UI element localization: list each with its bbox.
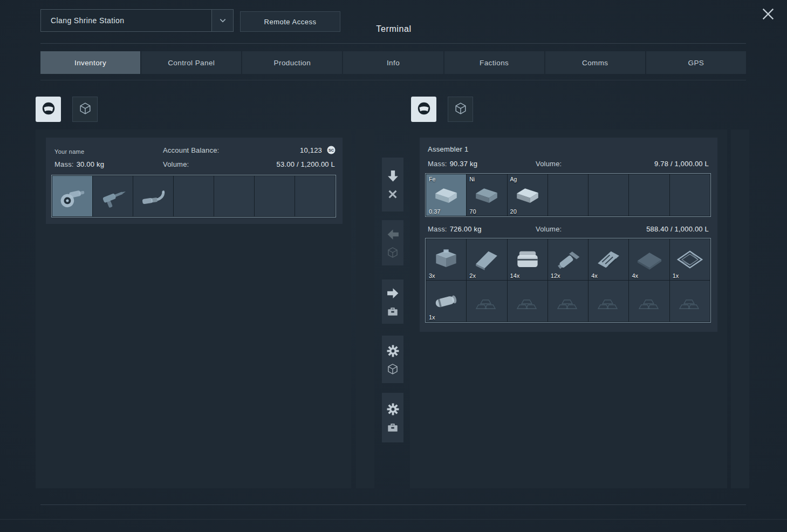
large-tube-icon (431, 286, 461, 316)
slot-nickel-ingot[interactable]: Ni70 (467, 174, 507, 216)
welder-icon (138, 181, 168, 212)
left-scrollbar[interactable] (356, 129, 374, 488)
slot-quantity: 14x (510, 272, 520, 279)
station-selector-label: Clang Shrine Station (41, 16, 211, 25)
assembler-title: Assembler 1 (428, 145, 469, 153)
assembler-inventory-card: Assembler 1 Mass: 90.37 kg Volume: 9.78 … (420, 138, 717, 332)
slot-quantity: 2x (469, 272, 476, 279)
empty-slot[interactable] (214, 176, 254, 216)
slot-thruster-part[interactable]: 12x (548, 239, 588, 280)
slot-large-tube[interactable]: 1x (426, 281, 466, 322)
right-character-filter-button[interactable] (411, 97, 436, 122)
container-icon (387, 421, 399, 433)
throw-out-button[interactable] (382, 158, 403, 212)
ingot-stack-ghost-icon (637, 288, 662, 314)
slot-hand-drill[interactable] (93, 176, 133, 216)
tab-gps[interactable]: GPS (646, 51, 746, 74)
player-inventory-card: Your name Account Balance: 10,123 SC Mas… (46, 138, 343, 224)
mass-value: 30.00 kg (77, 160, 104, 168)
station-selector-dropdown[interactable]: Clang Shrine Station (40, 9, 234, 32)
angle-grinder-icon (57, 181, 87, 212)
tab-comms[interactable]: Comms (545, 51, 645, 74)
slot-quantity: 12x (551, 272, 560, 279)
remote-access-button[interactable]: Remote Access (240, 11, 340, 32)
circuit-board-icon (593, 244, 624, 275)
tab-info[interactable]: Info (343, 51, 443, 74)
empty-slot[interactable] (174, 176, 214, 216)
slot-angle-grinder[interactable] (52, 176, 92, 216)
page-title: Terminal (334, 24, 453, 34)
hand-drill-icon (98, 181, 128, 212)
svg-text:SC: SC (329, 148, 334, 153)
tab-inventory[interactable]: Inventory (40, 51, 140, 74)
mass-value: 726.00 kg (450, 225, 482, 233)
mass-label: Mass: (54, 160, 74, 168)
slot-ingot-stack-ghost[interactable] (629, 281, 669, 322)
container-box-icon (512, 244, 543, 275)
volume-label: Volume: (536, 225, 562, 233)
slot-component-crate[interactable]: 3x (426, 239, 466, 280)
slot-ingot-stack-ghost[interactable] (670, 281, 710, 322)
ingot-stack-ghost-icon (474, 288, 499, 314)
slot-quantity: 70 (469, 208, 476, 215)
assembler-output-grid: 3x2x14x12x4x4x1x1x (425, 238, 711, 323)
auto-sort-block-button[interactable] (382, 336, 403, 383)
left-character-filter-button[interactable] (36, 97, 61, 122)
slot-quantity: 1x (429, 314, 435, 320)
slot-steel-plate[interactable]: 2x (467, 239, 507, 280)
left-block-filter-button[interactable] (72, 97, 98, 122)
mass-label: Mass: (428, 160, 447, 168)
right-block-filter-button[interactable] (448, 97, 473, 122)
steel-plate-icon (471, 244, 502, 275)
gear-icon (386, 403, 400, 416)
chevron-down-icon[interactable] (211, 10, 233, 31)
right-scrollbar[interactable] (731, 129, 749, 488)
tab-factions[interactable]: Factions (444, 51, 544, 74)
slot-quantity: 3x (429, 272, 435, 279)
block-cube-icon (387, 363, 399, 375)
mass-value: 90.37 kg (450, 160, 477, 168)
container-icon (387, 305, 399, 317)
slot-ingot-stack-ghost[interactable] (467, 281, 507, 322)
account-balance-value: 10,123 (300, 146, 322, 154)
arrow-down-icon (386, 169, 400, 183)
mass-label: Mass: (428, 225, 447, 233)
tab-production[interactable]: Production (242, 51, 342, 74)
volume-label: Volume: (163, 160, 189, 168)
slot-flat-panel[interactable]: 4x (629, 239, 669, 280)
slot-ingot-stack-ghost[interactable] (588, 281, 628, 322)
assembler-input-grid: Fe0.37Ni70Ag20 (425, 173, 711, 217)
auto-sort-container-button[interactable] (382, 393, 403, 442)
slot-ingot-stack-ghost[interactable] (548, 281, 588, 322)
footer-divider (40, 504, 746, 505)
empty-slot[interactable] (670, 174, 710, 216)
empty-slot[interactable] (629, 174, 669, 216)
transfer-buttons (382, 158, 403, 442)
slot-quantity: 20 (510, 208, 517, 215)
empty-slot[interactable] (295, 176, 335, 216)
close-icon[interactable] (761, 6, 776, 22)
slot-quantity: 4x (591, 272, 598, 279)
player-inventory-grid (51, 175, 336, 217)
slot-silver-ingot[interactable]: Ag20 (508, 174, 548, 216)
empty-slot[interactable] (548, 174, 588, 216)
transfer-to-right-inventory-button[interactable] (382, 279, 403, 324)
gear-icon (386, 344, 400, 358)
empty-slot[interactable] (588, 174, 628, 216)
ingot-stack-ghost-icon (677, 288, 703, 314)
slot-container-box[interactable]: 14x (508, 239, 548, 280)
volume-label: Volume: (536, 160, 562, 168)
tab-control-panel[interactable]: Control Panel (141, 51, 241, 74)
slot-metal-grid[interactable]: 1x (670, 239, 710, 280)
flat-panel-icon (634, 244, 665, 275)
ingot-stack-ghost-icon (555, 288, 581, 314)
slot-circuit-board[interactable]: 4x (588, 239, 628, 280)
slot-iron-ingot[interactable]: Fe0.37 (426, 174, 466, 216)
slot-ingot-stack-ghost[interactable] (508, 281, 548, 322)
empty-slot[interactable] (255, 176, 295, 216)
transfer-to-left-inventory-button[interactable] (382, 220, 403, 265)
slot-welder[interactable] (133, 176, 173, 216)
x-mark-icon (387, 188, 399, 200)
screen-bottom-divider (0, 519, 787, 520)
thruster-part-icon (553, 244, 583, 275)
